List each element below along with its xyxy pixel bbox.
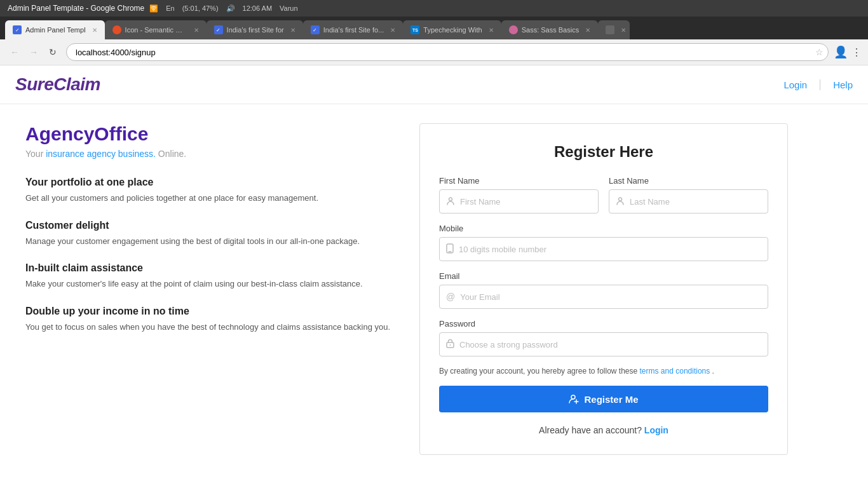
nav-buttons: ← → ↻: [6, 44, 61, 60]
tab-favicon-1: ✓: [13, 25, 22, 34]
tab-favicon-3: ✓: [214, 25, 223, 34]
last-name-label: Last Name: [609, 176, 768, 186]
navbar-links: Login Help: [783, 79, 853, 90]
terms-text: By creating your account, you hereby agr…: [439, 367, 768, 376]
tab-close-2[interactable]: ✕: [194, 27, 199, 34]
feature-portfolio: Your portfolio at one place Get all your…: [25, 177, 394, 205]
login-link[interactable]: Login: [644, 425, 668, 435]
help-nav-link[interactable]: Help: [820, 79, 853, 90]
feature-income-title: Double up your income in no time: [25, 306, 394, 317]
tab-favicon-7: [606, 25, 614, 34]
back-button[interactable]: ←: [6, 44, 23, 60]
at-icon: @: [446, 292, 455, 302]
feature-delight-title: Customer delight: [25, 220, 394, 231]
title-bar-icons: 🛜 En (5:01, 47%) 🔊 12:06 AM Varun: [149, 4, 297, 13]
email-group: Email @: [439, 271, 768, 309]
tab-label-4: India's first Site fo...: [323, 26, 384, 34]
wifi-icon: 🛜: [149, 4, 158, 13]
svg-point-1: [619, 198, 622, 201]
browser-title: Admin Panel Template - Google Chrome: [8, 4, 144, 13]
mobile-label: Mobile: [439, 224, 768, 233]
tab-close-1[interactable]: ✕: [92, 27, 97, 34]
feature-delight-desc: Manage your customer engagement using th…: [25, 235, 394, 248]
add-user-icon: [569, 394, 579, 404]
password-input[interactable]: [459, 340, 761, 349]
terms-after: .: [712, 367, 714, 376]
tab-close-6[interactable]: ✕: [585, 27, 590, 34]
url-input[interactable]: [66, 43, 829, 61]
tab-blank[interactable]: ✕: [598, 20, 630, 39]
clock: 12:06 AM: [243, 4, 272, 12]
last-name-wrapper: [609, 189, 768, 214]
feature-claim: In-built claim assistance Make your cust…: [25, 262, 394, 290]
register-button[interactable]: Register Me: [439, 386, 768, 412]
tab-close-7[interactable]: ✕: [621, 27, 626, 34]
last-name-group: Last Name: [609, 176, 768, 214]
login-nav-link[interactable]: Login: [783, 79, 807, 90]
app-content: SureClaim Login Help AgencyOffice Your i…: [0, 65, 868, 488]
terms-link[interactable]: terms and conditions: [640, 367, 710, 376]
user-icon-last: [616, 196, 625, 207]
volume-icon: 🔊: [226, 4, 235, 13]
tab-sass[interactable]: Sass: Sass Basics ✕: [501, 20, 598, 39]
tab-semantic-ui[interactable]: Icon - Semantic UI R ✕: [105, 20, 207, 39]
last-name-input[interactable]: [630, 197, 761, 207]
url-bar-container: ☆: [66, 43, 829, 61]
tab-close-3[interactable]: ✕: [290, 27, 295, 34]
tab-label-1: Admin Panel Templ: [25, 26, 86, 34]
email-input[interactable]: [460, 292, 761, 302]
tab-label-3: India's first Site for: [227, 26, 284, 34]
terms-before: By creating your account, you hereby agr…: [439, 367, 640, 376]
brand-logo: SureClaim: [15, 74, 100, 95]
name-row: First Name: [439, 176, 768, 214]
reload-button[interactable]: ↻: [44, 44, 61, 60]
phone-icon: [446, 243, 454, 255]
tab-favicon-6: [509, 25, 518, 34]
feature-delight: Customer delight Manage your customer en…: [25, 220, 394, 248]
feature-income: Double up your income in no time You get…: [25, 306, 394, 334]
feature-portfolio-title: Your portfolio at one place: [25, 177, 394, 188]
tab-close-4[interactable]: ✕: [390, 27, 395, 34]
mobile-group: Mobile: [439, 224, 768, 261]
browser-chrome: Admin Panel Template - Google Chrome 🛜 E…: [0, 0, 868, 488]
svg-point-6: [571, 395, 575, 399]
mobile-input[interactable]: [459, 245, 761, 254]
subtitle-link[interactable]: insurance agency business.: [46, 149, 156, 159]
agency-title: AgencyOffice: [25, 123, 394, 145]
more-options-icon[interactable]: ⋮: [851, 46, 862, 58]
tab-india-2[interactable]: ✓ India's first Site fo... ✕: [303, 20, 403, 39]
tab-close-5[interactable]: ✕: [489, 27, 494, 34]
already-text: Already have an account?: [539, 425, 642, 435]
first-name-input[interactable]: [460, 197, 592, 207]
email-wrapper: @: [439, 285, 768, 309]
agency-subtitle: Your insurance agency business. Online.: [25, 149, 394, 159]
user-profile-icon[interactable]: 👤: [834, 45, 848, 59]
email-label: Email: [439, 271, 768, 281]
first-name-wrapper: [439, 189, 599, 214]
forward-button[interactable]: →: [25, 44, 42, 60]
register-card: Register Here First Name: [419, 123, 788, 455]
tab-label-5: Typechecking With: [423, 26, 482, 34]
address-bar-right: 👤 ⋮: [834, 45, 862, 59]
subtitle-plain: Your: [25, 149, 46, 159]
tab-admin-panel[interactable]: ✓ Admin Panel Templ ✕: [5, 20, 105, 39]
password-wrapper: [439, 332, 768, 356]
first-name-label: First Name: [439, 176, 599, 186]
feature-claim-desc: Make your customer's life easy at the po…: [25, 278, 394, 290]
tab-typechecking[interactable]: TS Typechecking With ✕: [403, 20, 501, 39]
svg-point-0: [449, 198, 452, 201]
svg-point-5: [450, 344, 451, 346]
tab-favicon-5: TS: [410, 25, 419, 34]
main-layout: AgencyOffice Your insurance agency busin…: [0, 104, 868, 474]
tab-favicon-4: ✓: [311, 25, 320, 34]
register-title: Register Here: [439, 143, 768, 161]
register-btn-label: Register Me: [584, 394, 638, 405]
tab-label-6: Sass: Sass Basics: [522, 26, 579, 34]
user-icon-first: [446, 196, 455, 207]
mobile-wrapper: [439, 237, 768, 261]
user-name: Varun: [280, 4, 298, 12]
bookmark-star-icon[interactable]: ☆: [815, 47, 824, 57]
lock-icon: [446, 339, 454, 350]
tab-label-2: Icon - Semantic UI R: [125, 26, 187, 34]
tab-india-1[interactable]: ✓ India's first Site for ✕: [207, 20, 303, 39]
